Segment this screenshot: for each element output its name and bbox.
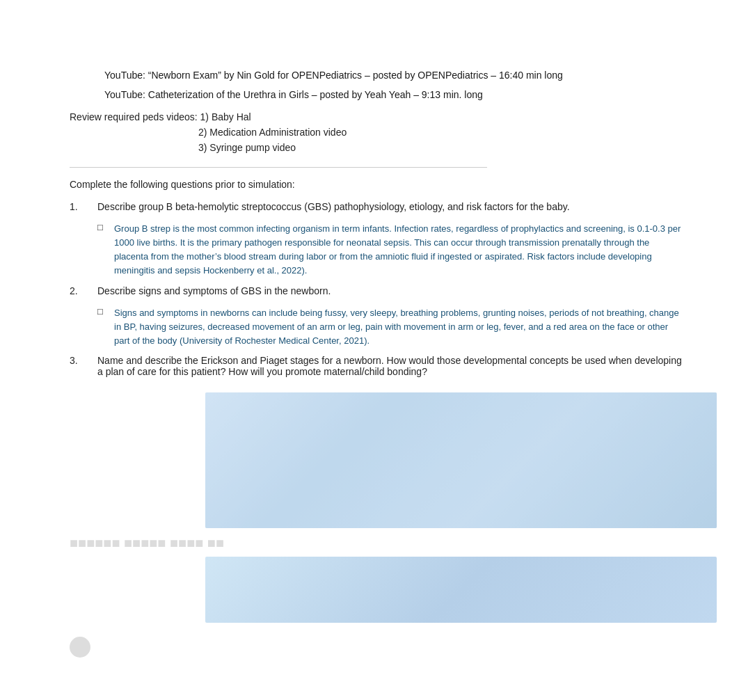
question-1-answer-block: □ Group B strep is the most common infec… [97, 222, 683, 278]
question-item-2: 2. Describe signs and symptoms of GBS in… [70, 285, 683, 348]
review-line-1: Review required peds videos: 1) Baby Hal [70, 111, 683, 122]
review-line-3: 3) Syringe pump video [198, 142, 683, 153]
question-3-text: Name and describe the Erickson and Piage… [97, 355, 683, 377]
bullet-1: □ [97, 222, 109, 232]
question-2-number: 2. [70, 285, 97, 296]
question-1-header: 1. Describe group B beta-hemolytic strep… [70, 201, 683, 212]
question-1-answer: Group B strep is the most common infecti… [114, 222, 683, 278]
question-3-number: 3. [70, 355, 97, 366]
blurred-text-row: ■■■■■■ ■■■■■ ■■■■ ■■ [70, 535, 683, 551]
question-2-header: 2. Describe signs and symptoms of GBS in… [70, 285, 683, 296]
question-1-number: 1. [70, 201, 97, 212]
youtube-links-section: YouTube: “Newborn Exam” by Nin Gold for … [70, 70, 683, 100]
question-item-3: 3. Name and describe the Erickson and Pi… [70, 355, 683, 383]
question-2-answer-block: □ Signs and symptoms in newborns can inc… [97, 306, 683, 348]
footer-icon [70, 637, 90, 658]
youtube-link-2: YouTube: Catheterization of the Urethra … [70, 89, 683, 100]
review-line-2: 2) Medication Administration video [198, 127, 683, 138]
youtube-link-1: YouTube: “Newborn Exam” by Nin Gold for … [70, 70, 683, 81]
bullet-2: □ [97, 306, 109, 317]
divider [70, 167, 487, 168]
page-content: YouTube: “Newborn Exam” by Nin Gold for … [0, 0, 739, 699]
review-section: Review required peds videos: 1) Baby Hal… [70, 111, 683, 153]
question-2-answer: Signs and symptoms in newborns can inclu… [114, 306, 683, 348]
question-3-header: 3. Name and describe the Erickson and Pi… [70, 355, 683, 383]
question-1-text: Describe group B beta-hemolytic streptoc… [97, 201, 683, 212]
questions-list: 1. Describe group B beta-hemolytic strep… [70, 201, 683, 383]
image-placeholder-2 [205, 557, 717, 623]
question-item-1: 1. Describe group B beta-hemolytic strep… [70, 201, 683, 278]
image-placeholder-1 [205, 392, 717, 528]
complete-section-label: Complete the following questions prior t… [70, 179, 683, 190]
image-overlay-1 [205, 392, 717, 528]
question-2-text: Describe signs and symptoms of GBS in th… [97, 285, 683, 296]
